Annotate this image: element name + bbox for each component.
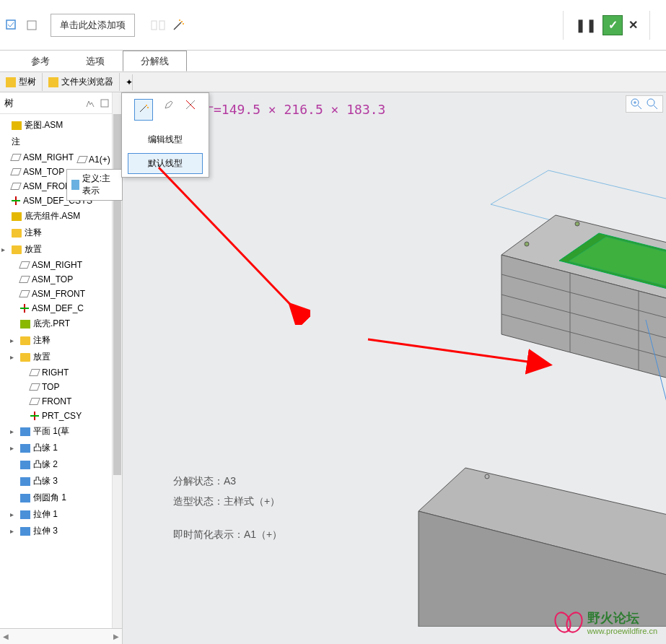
plane-icon	[76, 156, 88, 163]
tree-item-label: 放置	[33, 351, 51, 363]
tree-item-label: 凸缘 3	[33, 475, 58, 487]
a1-text: A1(+)	[89, 155, 110, 165]
expand-icon[interactable]: ▸	[10, 527, 17, 535]
svg-point-5	[181, 21, 183, 22]
tree-item[interactable]: 底壳组件.ASM	[0, 208, 122, 225]
tree-item[interactable]: 注	[0, 134, 122, 150]
line-type-popup: 编辑线型 默认线型	[121, 92, 209, 178]
plane-icon	[29, 369, 40, 376]
expand-icon[interactable]: ▸	[10, 427, 17, 435]
inner-tab-row: 型树 文件夹浏览器 ✦	[0, 72, 666, 92]
feat-icon	[20, 510, 30, 519]
tree-item[interactable]: 瓷图.ASM	[0, 117, 122, 134]
popup-erase-icon[interactable]	[185, 99, 196, 121]
svg-line-40	[638, 105, 641, 109]
tab-row: 参考 选项 分解线	[0, 51, 666, 72]
tree-item[interactable]: 底壳.PRT	[0, 316, 122, 332]
tree-tool-1-icon[interactable]	[85, 98, 95, 108]
tree-item[interactable]: 凸缘 2	[0, 456, 122, 473]
tree-item[interactable]: ASM_DEF_C	[0, 301, 122, 316]
tree-bottom-bar: ◀ ▶	[0, 628, 122, 644]
tree-item[interactable]: ▸放置	[0, 349, 122, 365]
model-tree-icon	[6, 77, 16, 87]
svg-line-44	[654, 105, 657, 109]
tree-item[interactable]: ▸拉伸 1	[0, 506, 122, 523]
svg-rect-1	[27, 21, 36, 30]
tree-item-label: 放置	[25, 243, 42, 256]
svg-line-4	[174, 22, 181, 30]
tree-tool-2-icon[interactable]	[100, 98, 110, 108]
tab-options[interactable]: 选项	[68, 51, 123, 71]
folder-icon	[20, 336, 30, 345]
tree-item[interactable]: ASM_RIGHT	[0, 258, 122, 272]
tree-item-label: 凸缘 2	[33, 458, 58, 471]
confirm-button[interactable]: ✓	[603, 15, 623, 35]
edit-line-type-button[interactable]: 编辑线型	[128, 129, 203, 150]
expand-icon[interactable]: ▸	[10, 510, 17, 518]
tree-item[interactable]: ▸平面 1(草	[0, 423, 122, 440]
watermark-title: 野火论坛	[587, 609, 657, 627]
tree-item-label: ASM_RIGHT	[23, 152, 74, 162]
tree-item[interactable]: ▸放置	[0, 241, 122, 258]
tool-icon-2[interactable]	[25, 18, 39, 32]
tree-item[interactable]: ▸注释	[0, 332, 122, 349]
tree-item[interactable]: 凸缘 3	[0, 473, 122, 489]
tool-icon-1[interactable]	[4, 18, 19, 32]
tree-item[interactable]: 倒圆角 1	[0, 489, 122, 506]
tree-item-label: PRT_CSY	[42, 411, 82, 421]
tool-icon-disabled	[151, 18, 165, 32]
tree-item[interactable]: ASM_FRONT	[0, 287, 122, 301]
tab-reference[interactable]: 参考	[13, 51, 68, 71]
watermark: 野火论坛 www.proewildfire.cn	[554, 609, 657, 635]
wand-icon[interactable]	[171, 18, 185, 32]
feat-icon	[20, 461, 30, 469]
expand-icon[interactable]: ▸	[10, 336, 17, 344]
pause-icon[interactable]: ❚❚	[575, 17, 597, 33]
expand-icon[interactable]: ▸	[1, 245, 9, 253]
prt-icon	[20, 320, 30, 328]
tree-item[interactable]: RIGHT	[0, 365, 122, 380]
svg-point-6	[183, 23, 184, 25]
plane-icon	[19, 290, 30, 297]
svg-point-7	[179, 19, 180, 21]
dimensions-text: 寸=149.5 × 216.5 × 183.3	[201, 101, 385, 118]
feat-icon	[20, 427, 30, 436]
default-line-type-button[interactable]: 默认线型	[128, 153, 203, 174]
tree-nav-left-icon[interactable]: ◀	[3, 632, 9, 640]
inner-tab-extra[interactable]: ✦	[120, 74, 133, 90]
cancel-button[interactable]: ✕	[628, 18, 638, 32]
definition-label[interactable]: 定义:主表示	[66, 169, 123, 201]
tree-item[interactable]: 注释	[0, 225, 122, 241]
popup-pencil-icon[interactable]	[163, 99, 175, 121]
zoom-in-icon[interactable]	[631, 98, 642, 110]
add-item-input[interactable]: 单击此处添加项	[51, 14, 135, 37]
tree-item[interactable]: ▸拉伸 3	[0, 523, 122, 539]
expand-icon[interactable]: ▸	[10, 444, 17, 452]
svg-rect-0	[6, 20, 15, 29]
svg-point-43	[647, 99, 654, 106]
tree-item-label: 底壳.PRT	[33, 318, 70, 330]
tree-item-label: ASM_TOP	[23, 167, 64, 177]
tree-item[interactable]: PRT_CSY	[0, 409, 122, 423]
tree-item[interactable]: ▸凸缘 1	[0, 440, 122, 456]
tree-item[interactable]: TOP	[0, 380, 122, 394]
feat-icon	[20, 444, 30, 453]
popup-wand-icon[interactable]	[134, 99, 153, 121]
tree-header-label: 树	[4, 97, 14, 110]
tree-nav-right-icon[interactable]: ▶	[113, 632, 119, 640]
tab-explode-line[interactable]: 分解线	[123, 51, 187, 71]
zoom-fit-icon[interactable]	[647, 98, 658, 110]
tree-item[interactable]: FRONT	[0, 394, 122, 409]
svg-rect-8	[101, 100, 108, 107]
tree-item[interactable]: ASM_TOP	[0, 272, 122, 287]
plane-icon	[10, 154, 22, 161]
svg-rect-3	[159, 21, 165, 30]
tree-scrollbar-thumb[interactable]	[113, 114, 121, 475]
inner-tab-model-tree[interactable]: 型树	[0, 73, 43, 91]
tree-item-label: ASM_DEF_C	[32, 303, 84, 313]
expand-icon[interactable]: ▸	[10, 353, 17, 361]
a1-label[interactable]: A1(+)	[78, 155, 110, 165]
inner-tab-folder-browser[interactable]: 文件夹浏览器	[43, 73, 120, 91]
tree-item-label: 凸缘 1	[33, 442, 58, 454]
status-text: 分解状态：A3 造型状态：主样式（+） 即时简化表示：A1（+）	[173, 471, 282, 544]
